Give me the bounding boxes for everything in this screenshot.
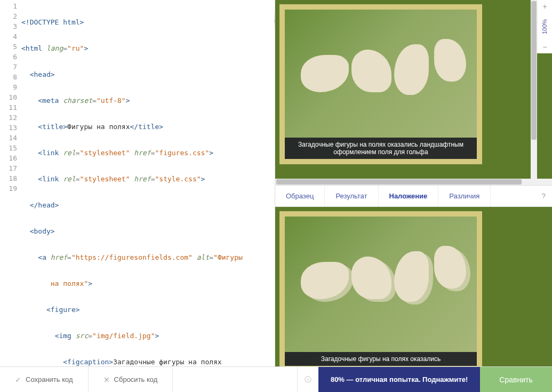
preview-result-area: Загадочные фигуры на полях оказались лан… bbox=[275, 0, 552, 179]
code-editor[interactable]: <!DOCTYPE html> <html lang="ru"> <head> … bbox=[21, 0, 275, 366]
zoom-out-button[interactable]: − bbox=[540, 41, 549, 53]
tab-overlay[interactable]: Наложение bbox=[379, 186, 439, 206]
sand-bunker-ghost bbox=[438, 249, 470, 291]
info-icon: ⓘ bbox=[305, 375, 311, 385]
sand-bunker-ghost bbox=[305, 265, 353, 302]
line-number: 3 bbox=[0, 21, 17, 31]
bottom-toolbar: ✓ Сохранить код ✕ Сбросить код ⓘ 80% — о… bbox=[0, 366, 552, 392]
line-number: 18 bbox=[0, 173, 17, 183]
reset-label: Сбросить код bbox=[114, 375, 158, 383]
tab-differences[interactable]: Различия bbox=[438, 186, 491, 206]
line-number: 7 bbox=[0, 62, 17, 72]
compare-label: Сравнить bbox=[499, 375, 532, 384]
figure-caption: Загадочные фигуры на полях оказались bbox=[285, 352, 477, 366]
line-number: 4 bbox=[0, 31, 17, 42]
sand-bunker bbox=[351, 50, 391, 92]
line-number: 16 bbox=[0, 153, 17, 163]
info-button[interactable]: ⓘ bbox=[297, 367, 318, 392]
line-number-gutter: 1 2 3 4 5 6 7 8 9 10 11 12 13 14 15 16 1… bbox=[0, 0, 21, 366]
reset-code-button[interactable]: ✕ Сбросить код bbox=[89, 367, 173, 392]
line-number: 9 bbox=[0, 82, 17, 92]
sand-bunker bbox=[301, 55, 349, 92]
status-message: 80% — отличная попытка. Поднажмите! bbox=[318, 367, 480, 392]
line-number: 15 bbox=[0, 143, 17, 153]
line-number: 2 bbox=[0, 11, 17, 21]
zoom-percent: 100% bbox=[542, 19, 548, 34]
preview-pane: Загадочные фигуры на полях оказались лан… bbox=[275, 0, 552, 366]
line-number: 12 bbox=[0, 113, 17, 123]
line-number: 10 bbox=[0, 92, 17, 102]
checkmark-icon: ✓ bbox=[15, 375, 21, 384]
figure-caption: Загадочные фигуры на полях оказались лан… bbox=[285, 138, 477, 159]
field-image: Загадочные фигуры на полях оказались лан… bbox=[285, 10, 477, 159]
scrollbar-thumb[interactable] bbox=[276, 179, 522, 185]
compare-button[interactable]: Сравнить bbox=[480, 367, 552, 392]
line-number: 1 bbox=[0, 1, 17, 11]
field-image: Загадочные фигуры на полях оказались bbox=[285, 217, 477, 366]
code-editor-pane: HTML 1 2 3 4 5 6 7 8 9 10 11 12 13 14 15… bbox=[0, 0, 275, 366]
sand-bunker bbox=[394, 44, 429, 95]
line-number: 5 bbox=[0, 42, 17, 52]
sand-bunker bbox=[434, 39, 466, 82]
close-icon: ✕ bbox=[103, 375, 110, 384]
figure-frame[interactable]: Загадочные фигуры на полях оказались bbox=[279, 211, 482, 366]
save-label: Сохранить код bbox=[26, 375, 73, 383]
help-button[interactable]: ? bbox=[535, 186, 552, 206]
line-number: 14 bbox=[0, 133, 17, 143]
line-number: 13 bbox=[0, 123, 17, 133]
line-number: 6 bbox=[0, 52, 17, 62]
zoom-in-button[interactable]: + bbox=[540, 0, 549, 13]
scrollbar-thumb[interactable] bbox=[531, 1, 537, 140]
line-number: 11 bbox=[0, 102, 17, 113]
preview-overlay-area: Загадочные фигуры на полях оказались bbox=[275, 207, 552, 366]
save-code-button[interactable]: ✓ Сохранить код bbox=[0, 367, 89, 392]
vertical-scrollbar[interactable] bbox=[531, 0, 537, 179]
line-number: 8 bbox=[0, 72, 17, 82]
line-number: 19 bbox=[0, 183, 17, 194]
tab-result[interactable]: Результат bbox=[325, 186, 378, 206]
zoom-controls: + 100% − bbox=[537, 0, 552, 53]
figure-frame[interactable]: Загадочные фигуры на полях оказались лан… bbox=[279, 4, 482, 164]
line-number: 17 bbox=[0, 163, 17, 173]
horizontal-scrollbar[interactable] bbox=[275, 179, 552, 185]
sand-bunker-ghost bbox=[356, 259, 396, 302]
toolbar-spacer bbox=[173, 367, 297, 392]
tab-sample[interactable]: Образец bbox=[275, 186, 325, 206]
preview-tabs: Образец Результат Наложение Различия ? bbox=[275, 185, 552, 207]
